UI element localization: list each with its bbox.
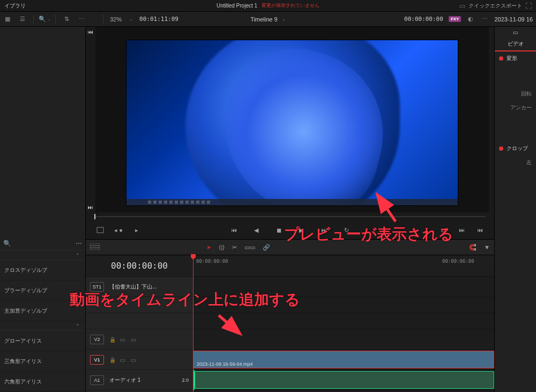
timeline-timecode[interactable]: 00:00:00:00: [111, 261, 168, 271]
video-lane-v2[interactable]: [193, 329, 494, 350]
trim-tool-icon[interactable]: ⟨|⟩: [219, 244, 225, 251]
source-timecode[interactable]: 00:01:11:09: [139, 16, 178, 23]
audio-channels: 2.0: [182, 378, 189, 383]
project-title: Untitled Project 1: [217, 3, 257, 9]
chevron-down-icon[interactable]: ⌄: [282, 17, 286, 21]
subtitle-lane[interactable]: [193, 277, 494, 297]
quick-export-button[interactable]: クイックエクスポート: [468, 2, 522, 10]
scrub-bar[interactable]: [94, 216, 486, 217]
svg-rect-1: [90, 243, 100, 250]
go-end-icon[interactable]: ⏭: [88, 204, 93, 210]
transition-item-blur-dissolve[interactable]: ブラーディゾルブ: [0, 280, 85, 301]
play-button[interactable]: ▶: [296, 225, 306, 235]
snap-icon[interactable]: 🧲: [469, 244, 477, 251]
zoom-level[interactable]: 32%: [110, 16, 122, 23]
transition-item-glow-iris[interactable]: グローアイリス: [0, 331, 85, 351]
crop-left-label: 左: [526, 159, 532, 165]
transition-item-hexagon-iris[interactable]: 六角形アイリス: [0, 372, 85, 392]
track-name-st1[interactable]: ST1: [90, 282, 104, 292]
audio-track-label: オーディオ 1: [109, 376, 140, 384]
video-clip[interactable]: 2023-11-09 16-59-04.mp4: [193, 351, 494, 368]
save-warning-label: 変更が保存されていません: [262, 2, 319, 9]
lock-icon[interactable]: 🔒: [109, 337, 115, 342]
transition-item-additive-dissolve[interactable]: 主加算ディゾルブ: [0, 301, 85, 321]
mark-in-icon[interactable]: ◂ ●: [114, 225, 123, 235]
transition-item-triangle-iris[interactable]: 三角形アイリス: [0, 351, 85, 372]
inspector-tab-video[interactable]: ビデオ: [495, 38, 536, 51]
collapse-chevron-icon[interactable]: ⌃: [76, 323, 80, 329]
video-lane-v1[interactable]: 2023-11-09 16-59-04.mp4: [193, 350, 494, 370]
bypass-icon[interactable]: ◐: [466, 15, 475, 24]
keyframe-dot-icon[interactable]: [499, 56, 503, 61]
timeline-view-icon[interactable]: [90, 243, 100, 251]
lock-icon[interactable]: 🔒: [109, 357, 115, 363]
stop-button[interactable]: ◼: [274, 225, 284, 235]
sort-icon[interactable]: ⇅: [62, 15, 71, 24]
inspector-date: 2023-11-09 16: [494, 16, 533, 23]
track-name-v1[interactable]: V1: [90, 355, 104, 365]
track-name-a1[interactable]: A1: [90, 375, 104, 385]
grid-view-icon[interactable]: ▦: [3, 15, 12, 24]
link-tool-icon[interactable]: 🔗: [263, 244, 270, 251]
subtitle-track-head[interactable]: ST1 【伯耆大山】下山...: [86, 277, 193, 297]
more-icon[interactable]: ⋯: [77, 15, 86, 24]
audio-clip[interactable]: [195, 371, 494, 389]
audio-track-head-a1[interactable]: A1 オーディオ 1 2.0: [86, 370, 193, 390]
fx-badge[interactable]: FXY: [449, 16, 461, 22]
ruler-tick: 00:00:00:00: [196, 258, 228, 264]
go-start-icon[interactable]: ⏮: [88, 29, 93, 35]
keyframe-dot-icon[interactable]: [499, 146, 503, 151]
monitor-icon[interactable]: ▭: [459, 2, 465, 10]
ruler-tick: 00:00:06:00: [442, 258, 474, 264]
subtitle-clip-label: 【伯耆大山】下山...: [109, 283, 157, 291]
blade-tool-icon[interactable]: ✂: [232, 244, 237, 251]
disable-icon[interactable]: ▭: [131, 337, 136, 342]
match-frame-icon[interactable]: [95, 225, 105, 235]
video-track-head-v1[interactable]: V1 🔒 ▭ ▭: [86, 350, 193, 370]
disable-icon[interactable]: ▭: [131, 357, 136, 363]
audio-lane-a1[interactable]: [193, 370, 494, 390]
marker-icon[interactable]: ▼: [484, 244, 490, 250]
scrub-playhead[interactable]: [94, 214, 95, 219]
auto-select-icon[interactable]: ▭: [120, 357, 125, 363]
anchor-label: アンカー: [510, 105, 532, 110]
timeline-ruler[interactable]: 00:00:00:00 00:00:06:00: [193, 255, 494, 276]
transition-item-cross-dissolve[interactable]: クロスディゾルブ: [0, 260, 85, 280]
auto-select-icon[interactable]: ▭: [120, 337, 125, 342]
rotation-label: 回転: [521, 91, 532, 97]
menu-dots-icon[interactable]: ⋯: [480, 15, 489, 24]
selection-tool-icon[interactable]: ➤: [206, 244, 211, 251]
next-frame-button[interactable]: ⏭: [319, 225, 329, 235]
svg-rect-0: [97, 227, 103, 233]
clip-filename: 2023-11-09 16-59-04.mp4: [197, 361, 253, 367]
video-inspector-icon: ▭: [513, 29, 518, 35]
more-icon[interactable]: ⋯: [76, 240, 82, 247]
mark-out-icon[interactable]: ▸: [132, 225, 142, 235]
collapse-chevron-icon[interactable]: ⌃: [76, 253, 80, 258]
record-timecode[interactable]: 00:00:00:00: [404, 16, 443, 23]
insert-tool-icon[interactable]: ▭▭: [244, 244, 255, 251]
overwrite-icon[interactable]: ⏭: [457, 225, 466, 235]
search-icon[interactable]: 🔍: [3, 240, 11, 247]
track-name-v2[interactable]: V2: [90, 335, 104, 344]
video-track-head-v2[interactable]: V2 🔒 ▭ ▭: [86, 329, 193, 350]
crop-label[interactable]: クロップ: [507, 145, 528, 152]
timeline-name[interactable]: Timeline 9: [250, 16, 277, 23]
first-frame-button[interactable]: ⏮: [229, 225, 239, 235]
insert-icon[interactable]: ▭: [438, 225, 448, 235]
fullscreen-icon[interactable]: ⛶: [525, 2, 532, 10]
replace-icon[interactable]: ⏮: [475, 225, 485, 235]
list-view-icon[interactable]: ☰: [18, 15, 27, 24]
prev-frame-button[interactable]: ◀: [251, 225, 261, 235]
loop-button[interactable]: ↻: [341, 225, 351, 235]
preview-viewer[interactable]: [126, 40, 458, 206]
transform-label[interactable]: 変形: [507, 55, 517, 62]
search-icon[interactable]: 🔍⌄: [40, 15, 49, 24]
library-label: イブラリ: [4, 2, 26, 10]
